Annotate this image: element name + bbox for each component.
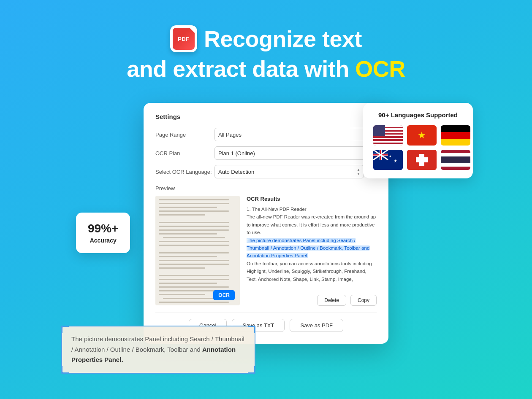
- flag-germany: [441, 125, 470, 146]
- preview-document: OCR: [155, 196, 240, 305]
- delete-button[interactable]: Delete: [317, 295, 346, 306]
- corner-bl: [61, 366, 69, 374]
- languages-card: 90+ Languages Supported ★: [363, 103, 473, 178]
- flags-grid: ★: [373, 125, 463, 170]
- ocr-plan-select[interactable]: Plan 1 (Online) ▲▼: [214, 146, 377, 160]
- preview-content: OCR OCR Results 1. The All-New PDF Reade…: [155, 196, 377, 306]
- flag-switzerland: [407, 150, 437, 170]
- svg-text:★: ★: [389, 155, 391, 158]
- page-range-label: Page Range: [155, 132, 214, 138]
- pdf-icon-label: PDF: [178, 36, 190, 42]
- ocr-language-select[interactable]: Auto Detection ▲▼: [214, 165, 364, 178]
- languages-title: 90+ Languages Supported: [373, 111, 463, 119]
- corner-tr: [248, 326, 255, 333]
- svg-text:★: ★: [394, 159, 397, 163]
- settings-panel: Settings Page Range All Pages ✓ OCR Plan…: [144, 103, 388, 344]
- ocr-plan-label: OCR Plan: [155, 150, 214, 156]
- copy-button[interactable]: Copy: [350, 295, 377, 306]
- accuracy-number: 99%+: [88, 222, 118, 235]
- text-extract-overlay: The picture demonstrates Panel including…: [61, 326, 255, 374]
- page-range-value: All Pages: [218, 132, 242, 138]
- header-title-line1: Recognize text: [204, 26, 362, 52]
- language-arrows: ▲▼: [357, 168, 360, 176]
- corner-br: [248, 366, 255, 374]
- app-icon: PDF: [170, 25, 197, 52]
- flag-usa: [373, 125, 403, 146]
- ocr-action-buttons: Delete Copy: [247, 295, 377, 306]
- ocr-results-title: OCR Results: [247, 196, 377, 202]
- ocr-text-normal: 1. The All-New PDF ReaderThe all-new PDF…: [247, 207, 376, 235]
- header-ocr-highlight: OCR: [355, 56, 405, 81]
- ocr-text-rest: On the toolbar, you can access annotatio…: [247, 261, 372, 282]
- flag-australia: ★ ★: [373, 150, 403, 170]
- ocr-plan-value: Plan 1 (Online): [218, 150, 255, 156]
- ocr-language-row: Select OCR Language: Auto Detection ▲▼ ?: [155, 165, 377, 178]
- ocr-plan-row: OCR Plan Plan 1 (Online) ▲▼: [155, 146, 377, 160]
- svg-rect-12: [416, 157, 428, 162]
- flag-thailand: [441, 150, 470, 170]
- ocr-text-highlighted: The picture demonstrates Panel including…: [247, 238, 369, 259]
- ocr-language-label: Select OCR Language:: [155, 169, 214, 175]
- ocr-results-text: 1. The All-New PDF ReaderThe all-new PDF…: [247, 205, 377, 290]
- corner-tl: [61, 326, 69, 333]
- ocr-overlay-button[interactable]: OCR: [213, 290, 235, 300]
- text-extract-content: The picture demonstrates Panel including…: [71, 334, 245, 365]
- language-controls: ▲▼: [357, 168, 360, 176]
- header-title-line2-prefix: and extract data with: [127, 56, 355, 81]
- accuracy-badge: 99%+ Accuracy: [76, 213, 130, 253]
- page-range-select[interactable]: All Pages ✓: [214, 128, 377, 141]
- ocr-results-panel: OCR Results 1. The All-New PDF ReaderThe…: [247, 196, 377, 306]
- save-pdf-button[interactable]: Save as PDF: [290, 319, 343, 332]
- settings-title: Settings: [155, 113, 377, 120]
- accuracy-label: Accuracy: [88, 237, 118, 244]
- ocr-language-value: Auto Detection: [218, 169, 254, 175]
- preview-label: Preview: [155, 185, 377, 191]
- flag-china: ★: [407, 125, 437, 146]
- preview-section: Preview: [155, 185, 377, 306]
- page-range-row: Page Range All Pages ✓: [155, 128, 377, 141]
